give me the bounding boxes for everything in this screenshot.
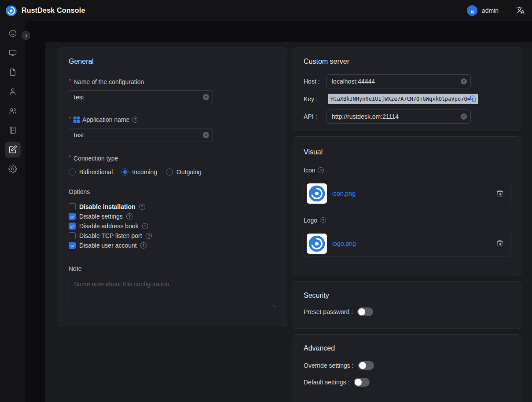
smiley-icon	[8, 29, 17, 38]
general-title: General	[69, 57, 276, 66]
custom-server-title: Custom server	[304, 57, 510, 66]
key-row: Key : HtaXBkJNHyn0e1U1jWXze7A7CN7QTGWqxk…	[304, 94, 510, 104]
checkbox-box[interactable]	[69, 223, 76, 230]
default-settings-toggle[interactable]	[354, 378, 370, 387]
help-icon[interactable]	[132, 117, 138, 123]
help-icon[interactable]	[146, 233, 152, 239]
radio-bidirectional[interactable]: Bidirectional	[69, 168, 113, 175]
logo-file-link[interactable]: logo.png	[332, 240, 491, 247]
preset-password-toggle[interactable]	[357, 307, 373, 316]
advanced-card: Advanced Override settings : Default set…	[293, 334, 521, 402]
icon-label-text: Icon	[304, 166, 315, 175]
host-label: Host :	[304, 78, 327, 85]
logbook-icon	[8, 126, 17, 135]
checkbox-box[interactable]	[69, 232, 76, 239]
options-label: Options	[69, 188, 276, 196]
header-right: a admin	[467, 5, 525, 16]
clear-icon[interactable]	[461, 113, 467, 120]
security-title: Security	[304, 291, 510, 300]
preset-password-row: Preset password :	[304, 307, 510, 316]
clear-icon[interactable]	[203, 132, 209, 138]
help-icon[interactable]	[320, 217, 326, 223]
sidebar	[0, 21, 26, 402]
avatar[interactable]: a	[467, 5, 477, 16]
help-icon[interactable]	[140, 242, 147, 249]
radio-label: Bidirectional	[79, 168, 113, 175]
user-menu[interactable]: a admin	[467, 5, 499, 16]
checkbox-box[interactable]	[69, 203, 76, 210]
api-input-wrap	[327, 110, 471, 124]
main-layout: General Name of the configuration	[0, 21, 532, 402]
clear-icon[interactable]	[203, 94, 209, 100]
security-card: Security Preset password :	[293, 281, 521, 329]
application-name-label: Application name	[69, 116, 276, 124]
config-name-input[interactable]	[69, 90, 213, 104]
radio-label: Incoming	[132, 168, 157, 175]
radio-incoming[interactable]: Incoming	[121, 168, 157, 175]
translate-icon[interactable]	[516, 6, 525, 15]
sidebar-item-documents[interactable]	[0, 62, 26, 82]
sidebar-item-configurations[interactable]	[0, 140, 26, 159]
default-settings-label: Default settings :	[304, 379, 349, 386]
application-name-input[interactable]	[69, 128, 213, 142]
checkbox-disable-settings[interactable]: Disable settings	[69, 212, 276, 221]
key-value-text: HtaXBkJNHyn0e1U1jWXze7A7CN7QTGWqxkOtpaVp…	[330, 96, 470, 102]
radio-circle[interactable]	[69, 168, 76, 175]
connection-type-label: Connection type	[69, 154, 276, 162]
clear-icon[interactable]	[461, 78, 467, 84]
icon-preview-image	[307, 183, 327, 204]
sidebar-item-settings[interactable]	[0, 159, 26, 179]
api-input[interactable]	[327, 110, 471, 124]
checkbox-box[interactable]	[69, 242, 76, 249]
icon-file-link[interactable]: icon.png	[332, 190, 491, 197]
sidebar-item-logs[interactable]	[0, 121, 26, 140]
sidebar-item-user[interactable]	[0, 82, 26, 101]
checkbox-disable-installation[interactable]: Disable installation	[69, 202, 276, 212]
top-bar: RustDesk Console a admin	[0, 0, 532, 21]
host-row: Host :	[304, 74, 510, 88]
key-value-field[interactable]: HtaXBkJNHyn0e1U1jWXze7A7CN7QTGWqxkOtpaVp…	[328, 94, 478, 104]
radio-circle[interactable]	[121, 168, 128, 175]
checkbox-box[interactable]	[69, 213, 76, 220]
brand: RustDesk Console	[5, 5, 85, 17]
connection-type-label-text: Connection type	[73, 154, 118, 162]
override-settings-label: Override settings :	[304, 362, 354, 369]
user-icon	[8, 87, 17, 96]
api-label: API :	[304, 113, 327, 120]
help-icon[interactable]	[318, 167, 324, 173]
checkbox-disable-user-account[interactable]: Disable user account	[69, 241, 276, 250]
host-input-wrap	[327, 74, 471, 88]
general-card: General Name of the configuration	[58, 48, 287, 327]
help-icon[interactable]	[139, 204, 145, 210]
host-input[interactable]	[327, 74, 471, 88]
preset-password-label: Preset password :	[304, 308, 353, 315]
checkbox-disable-address-book[interactable]: Disable address book	[69, 221, 276, 231]
help-icon[interactable]	[126, 213, 132, 219]
configuration-panel: General Name of the configuration	[45, 42, 532, 402]
config-name-input-wrap	[69, 90, 213, 104]
sidebar-expand-button[interactable]	[22, 31, 30, 40]
copy-icon[interactable]	[470, 95, 477, 102]
app-title: RustDesk Console	[22, 7, 85, 15]
default-settings-row: Default settings :	[304, 378, 510, 387]
left-column: General Name of the configuration	[58, 48, 287, 402]
note-label: Note	[69, 265, 276, 272]
delete-icon[interactable]	[496, 190, 504, 197]
settings-icon	[8, 164, 17, 173]
delete-icon[interactable]	[496, 240, 504, 248]
visual-title: Visual	[304, 147, 510, 157]
advanced-title: Advanced	[304, 344, 510, 353]
sidebar-item-devices[interactable]	[0, 43, 26, 62]
checkbox-disable-tcp-listen-port[interactable]: Disable TCP listen port	[69, 231, 276, 241]
checkbox-label: Disable TCP listen port	[79, 232, 142, 239]
checkbox-label: Disable installation	[79, 203, 136, 210]
options-checkbox-list: Disable installation Disable settings Di	[69, 202, 276, 250]
radio-circle[interactable]	[166, 168, 173, 175]
help-icon[interactable]	[142, 223, 148, 229]
note-textarea[interactable]	[69, 277, 276, 308]
devices-icon	[8, 48, 17, 57]
radio-outgoing[interactable]: Outgoing	[166, 168, 202, 175]
visual-card: Visual Icon icon.png	[293, 136, 521, 276]
sidebar-item-groups[interactable]	[0, 101, 26, 121]
override-settings-toggle[interactable]	[358, 361, 374, 370]
